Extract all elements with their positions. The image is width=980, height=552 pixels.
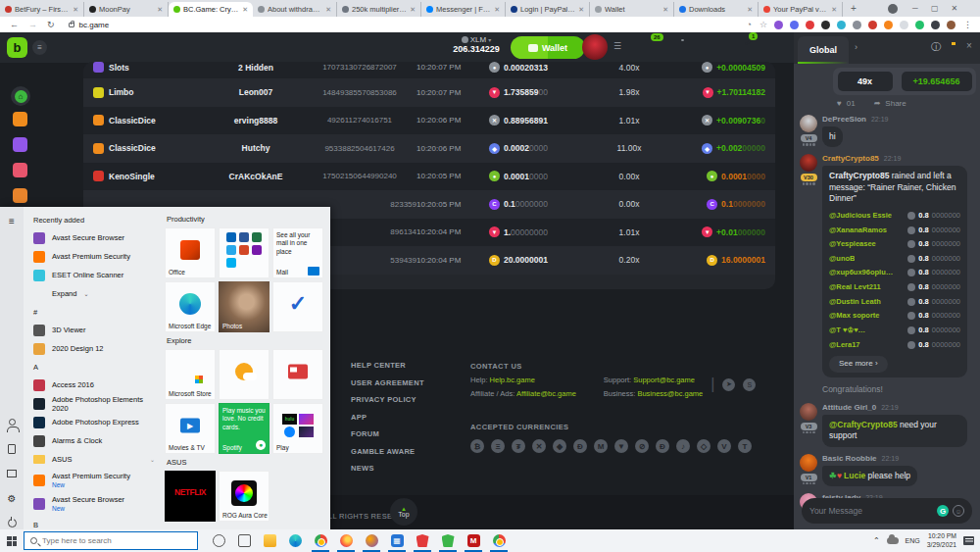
browser-tab-0[interactable]: BetFury – First i-Ga✕ [0,2,84,17]
chat-room-chevron-icon[interactable]: › [855,42,858,52]
browser-tab-8[interactable]: Downloads✕ [674,2,759,17]
app-item-avast-premium-security[interactable]: Avast Premium SecurityNew [24,469,161,492]
extension-icon-4[interactable] [837,21,846,29]
message-username[interactable]: Basic Roobbie22:19 [822,454,917,463]
taskbar-icon-calculator[interactable]: ▦ [384,529,410,552]
extension-icon-0[interactable] [774,21,783,29]
window-maximize-icon[interactable]: ▢ [925,1,945,16]
refresh-icon[interactable]: ↻ [47,20,55,29]
tile-office[interactable]: Office [165,227,216,278]
extension-icon-10[interactable] [931,21,940,29]
tab-close-icon[interactable]: ✕ [325,6,331,14]
extension-icon-8[interactable] [900,21,908,29]
taskbar-icon-task-view[interactable] [231,529,257,552]
recipient-name[interactable]: @Judicious Essie [829,211,892,221]
wallet-button[interactable]: Wallet [511,36,585,59]
hidden-icons-chevron[interactable]: ⌃ [873,536,880,545]
app-item-eset-online-scanner[interactable]: ESET Online Scanner [24,266,161,284]
extension-icon-6[interactable] [868,21,877,29]
app-item-access-2016[interactable]: Access 2016 [24,376,161,394]
browser-tab-1[interactable]: MoonPay✕ [84,2,169,17]
scroll-top-button[interactable]: ▲Top [390,498,417,526]
tab-close-icon[interactable]: ✕ [410,6,416,14]
taskbar-icon-avg[interactable] [435,529,461,552]
tab-close-icon[interactable]: ✕ [73,6,78,14]
contact-link[interactable]: Support@bc.game [633,376,695,384]
recipient-name[interactable]: @Real Levt211 [829,282,881,292]
emoji-icon[interactable]: ☺ [953,505,964,517]
documents-icon[interactable] [6,443,18,455]
footer-link-6[interactable]: NEWS [351,464,424,473]
taskbar-icon-file-explorer[interactable] [257,529,282,552]
taskbar-icon-avast-one[interactable] [359,529,384,552]
share-label[interactable]: Share [885,99,906,108]
reading-list-icon[interactable]: ◔ [746,20,751,29]
app-item-2020-design-12[interactable]: 2020 Design 12 [24,339,161,358]
recipient-name[interactable]: @xup6ux96oplu… [829,268,893,277]
recipient-name[interactable]: @Yespleasee [829,239,876,249]
tab-close-icon[interactable]: ✕ [662,6,668,14]
avatar[interactable] [800,154,817,172]
avatar[interactable] [800,115,817,132]
app-item-avast-secure-browser[interactable]: Avast Secure BrowserNew [24,492,161,516]
grammarly-icon[interactable]: G [937,505,949,517]
footer-link-4[interactable]: FORUM [351,429,424,438]
recipient-name[interactable]: @XananaRamos [829,226,887,235]
taskbar-clock[interactable]: 10:20 PM 3/29/2021 [927,532,956,550]
recipient-name[interactable]: @unoB [829,254,855,264]
taskbar-icon-mcafee[interactable]: M [461,529,486,552]
bet-player-cell[interactable]: Leon007 [209,87,303,97]
menu-hamburger-icon[interactable]: ≡ [6,215,18,226]
browser-tab-5[interactable]: Messenger | Face✕ [421,2,506,17]
tile-edge[interactable]: Microsoft Edge [165,281,216,332]
sidebar-item-dice[interactable] [13,112,27,126]
tab-close-icon[interactable]: ✕ [494,6,500,14]
chat-message-input[interactable] [809,506,937,516]
sidebar-toggle-icon[interactable]: ≡ [32,40,47,55]
forward-icon[interactable]: → [28,20,37,29]
sidebar-item-sports[interactable] [13,137,27,152]
table-row[interactable]: Slots2 Hidden1707313072687200710:20:07 P… [83,62,775,78]
taskbar-search[interactable] [24,531,198,550]
app-item-asus[interactable]: ASUS⌄ [24,450,161,469]
tile-store[interactable]: Microsoft Store [165,349,216,400]
recipient-name[interactable]: @Lera17 [829,340,860,350]
tile-movies[interactable]: ▶Movies & TV [165,403,216,454]
pictures-icon[interactable] [6,468,18,479]
browser-tab-6[interactable]: Login | PayPal Prep✕ [506,2,590,17]
onedrive-cloud-icon[interactable] [887,537,899,544]
browser-profile-icon[interactable] [888,4,898,14]
browser-tab-2[interactable]: BC.Game: Crypto C✕ [169,2,253,17]
message-username[interactable]: CraftyCrypto8522:19 [822,154,967,163]
taskbar-icon-firefox[interactable] [333,529,359,552]
bookmark-star-icon[interactable]: ☆ [760,20,767,29]
footer-link-3[interactable]: APP [351,413,424,422]
extension-icon-1[interactable] [790,21,799,29]
avatar[interactable] [800,454,817,472]
sidebar-item-home[interactable]: ⌂ [11,86,30,106]
extension-icon-5[interactable] [853,21,861,29]
contact-link[interactable]: Business@bc.game [637,389,703,398]
contact-link[interactable]: Affiliate@bc.game [516,389,576,398]
tile-office-suite[interactable] [219,227,270,278]
taskbar-search-input[interactable] [42,536,170,545]
contact-link[interactable]: Help.bc.game [490,376,535,384]
tile-photos[interactable]: Photos [219,281,270,332]
back-icon[interactable]: ← [10,20,19,29]
bet-player-cell[interactable]: 2 Hidden [209,63,303,73]
recipient-name[interactable]: @Max soporte [829,311,880,321]
taskbar-icon-edge[interactable] [282,529,308,552]
url-text[interactable]: bc.game [79,21,110,29]
tile-mail[interactable]: See all your mail in one placeMail [272,227,323,278]
app-item-avast-secure-browser[interactable]: Avast Secure Browser [24,228,161,247]
tile-todo[interactable]: ✓ [272,281,323,332]
taskbar-icon-cortana[interactable] [206,529,231,552]
extension-icon-3[interactable] [821,21,830,29]
tab-close-icon[interactable]: ✕ [242,6,248,14]
window-close-icon[interactable]: ✕ [945,1,964,16]
chat-tab-global[interactable]: Global [798,36,849,64]
tile-netflix[interactable]: NETFLIX [165,471,216,522]
table-row[interactable]: ClassicDiceHutchy953388250461742610:20:0… [83,134,775,163]
table-row[interactable]: KenoSingleCrAKcOkAnE1750215064499024010:… [83,163,775,191]
chat-info-icon[interactable]: ⓘ [931,40,941,54]
